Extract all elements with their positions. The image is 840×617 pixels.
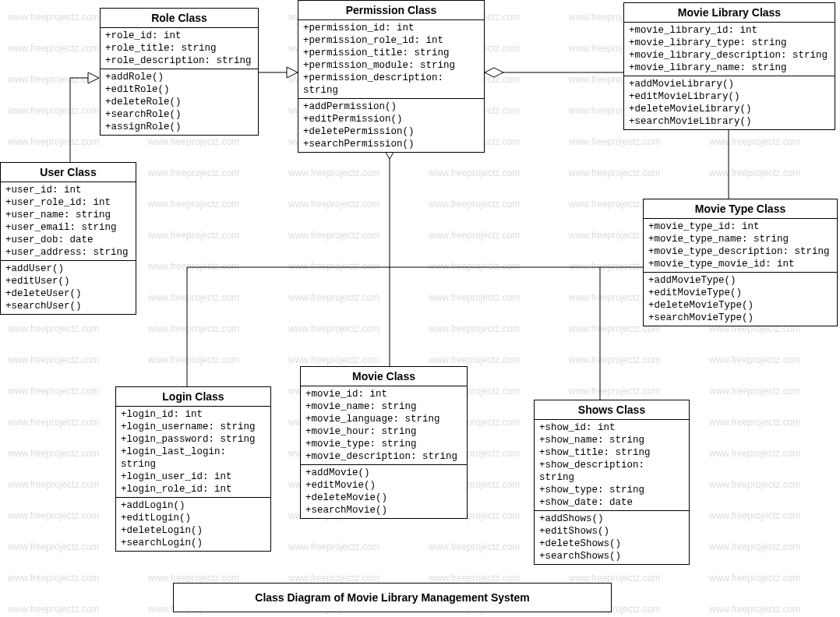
watermark-text: www.freeprojectz.com bbox=[148, 230, 239, 241]
watermark-text: www.freeprojectz.com bbox=[8, 541, 99, 552]
watermark-text: www.freeprojectz.com bbox=[8, 74, 99, 85]
watermark-text: www.freeprojectz.com bbox=[569, 354, 660, 365]
class-movietype: Movie Type Class +movie_type_id: int+mov… bbox=[643, 199, 838, 326]
watermark-text: www.freeprojectz.com bbox=[288, 541, 379, 552]
ops: +addRole()+editRole()+deleteRole()+searc… bbox=[101, 69, 258, 135]
watermark-text: www.freeprojectz.com bbox=[8, 12, 99, 23]
watermark-text: www.freeprojectz.com bbox=[148, 354, 239, 365]
svg-marker-4 bbox=[485, 68, 503, 77]
class-movie: Movie Class +movie_id: int+movie_name: s… bbox=[300, 366, 468, 519]
watermark-text: www.freeprojectz.com bbox=[8, 448, 99, 459]
watermark-text: www.freeprojectz.com bbox=[8, 105, 99, 116]
watermark-text: www.freeprojectz.com bbox=[569, 167, 660, 178]
class-user: User Class +user_id: int+user_role_id: i… bbox=[0, 162, 136, 315]
watermark-text: www.freeprojectz.com bbox=[569, 136, 660, 147]
class-title: Movie Class bbox=[301, 367, 467, 386]
watermark-text: www.freeprojectz.com bbox=[8, 573, 99, 584]
watermark-text: www.freeprojectz.com bbox=[8, 604, 99, 615]
attrs: +permission_id: int+permission_role_id: … bbox=[298, 20, 484, 99]
watermark-text: www.freeprojectz.com bbox=[429, 199, 520, 210]
watermark-text: www.freeprojectz.com bbox=[429, 261, 520, 272]
class-title: Movie Type Class bbox=[644, 199, 837, 219]
attrs: +login_id: int+login_username: string+lo… bbox=[116, 407, 270, 498]
class-title: Shows Class bbox=[535, 400, 689, 420]
class-title: Role Class bbox=[101, 9, 258, 28]
watermark-text: www.freeprojectz.com bbox=[429, 541, 520, 552]
watermark-text: www.freeprojectz.com bbox=[8, 354, 99, 365]
watermark-text: www.freeprojectz.com bbox=[709, 386, 800, 397]
watermark-text: www.freeprojectz.com bbox=[709, 417, 800, 428]
watermark-text: www.freeprojectz.com bbox=[429, 323, 520, 334]
ops: +addLogin()+editLogin()+deleteLogin()+se… bbox=[116, 498, 270, 551]
watermark-text: www.freeprojectz.com bbox=[709, 354, 800, 365]
watermark-text: www.freeprojectz.com bbox=[288, 167, 379, 178]
watermark-text: www.freeprojectz.com bbox=[8, 136, 99, 147]
class-title: Permission Class bbox=[298, 1, 484, 20]
watermark-text: www.freeprojectz.com bbox=[429, 354, 520, 365]
ops: +addUser()+editUser()+deleteUser()+searc… bbox=[1, 261, 136, 314]
watermark-text: www.freeprojectz.com bbox=[288, 354, 379, 365]
attrs: +user_id: int+user_role_id: int+user_nam… bbox=[1, 182, 136, 261]
watermark-text: www.freeprojectz.com bbox=[429, 230, 520, 241]
watermark-text: www.freeprojectz.com bbox=[148, 136, 239, 147]
class-permission: Permission Class +permission_id: int+per… bbox=[298, 0, 485, 153]
attrs: +show_id: int+show_name: string+show_tit… bbox=[535, 420, 689, 511]
watermark-text: www.freeprojectz.com bbox=[429, 167, 520, 178]
watermark-text: www.freeprojectz.com bbox=[148, 199, 239, 210]
attrs: +role_id: int+role_title: string+role_de… bbox=[101, 28, 258, 69]
ops: +addPermission()+editPermission()+delete… bbox=[298, 99, 484, 152]
class-movielibrary: Movie Library Class +movie_library_id: i… bbox=[623, 2, 835, 130]
watermark-text: www.freeprojectz.com bbox=[569, 386, 660, 397]
watermark-text: www.freeprojectz.com bbox=[709, 510, 800, 521]
watermark-text: www.freeprojectz.com bbox=[709, 136, 800, 147]
attrs: +movie_type_id: int+movie_type_name: str… bbox=[644, 219, 837, 273]
svg-marker-2 bbox=[287, 67, 298, 78]
watermark-text: www.freeprojectz.com bbox=[8, 417, 99, 428]
watermark-text: www.freeprojectz.com bbox=[8, 386, 99, 397]
class-role: Role Class +role_id: int+role_title: str… bbox=[100, 8, 259, 136]
watermark-text: www.freeprojectz.com bbox=[148, 292, 239, 303]
attrs: +movie_library_id: int+movie_library_typ… bbox=[624, 23, 835, 76]
watermark-text: www.freeprojectz.com bbox=[709, 573, 800, 584]
watermark-text: www.freeprojectz.com bbox=[288, 573, 379, 584]
watermark-text: www.freeprojectz.com bbox=[288, 199, 379, 210]
watermark-text: www.freeprojectz.com bbox=[8, 43, 99, 54]
watermark-text: www.freeprojectz.com bbox=[8, 323, 99, 334]
watermark-text: www.freeprojectz.com bbox=[709, 167, 800, 178]
class-shows: Shows Class +show_id: int+show_name: str… bbox=[534, 400, 690, 565]
diagram-caption: Class Diagram of Movie Library Managemen… bbox=[173, 583, 612, 612]
ops: +addMovie()+editMovie()+deleteMovie()+se… bbox=[301, 465, 467, 518]
watermark-text: www.freeprojectz.com bbox=[429, 292, 520, 303]
watermark-text: www.freeprojectz.com bbox=[709, 541, 800, 552]
watermark-text: www.freeprojectz.com bbox=[429, 573, 520, 584]
watermark-text: www.freeprojectz.com bbox=[288, 261, 379, 272]
watermark-text: www.freeprojectz.com bbox=[288, 230, 379, 241]
ops: +addShows()+editShows()+deleteShows()+se… bbox=[535, 511, 689, 564]
watermark-text: www.freeprojectz.com bbox=[148, 323, 239, 334]
class-login: Login Class +login_id: int+login_usernam… bbox=[115, 386, 271, 552]
watermark-text: www.freeprojectz.com bbox=[8, 479, 99, 490]
watermark-text: www.freeprojectz.com bbox=[288, 292, 379, 303]
watermark-text: www.freeprojectz.com bbox=[709, 479, 800, 490]
watermark-text: www.freeprojectz.com bbox=[709, 604, 800, 615]
ops: +addMovieType()+editMovieType()+deleteMo… bbox=[644, 273, 837, 326]
attrs: +movie_id: int+movie_name: string+movie_… bbox=[301, 386, 467, 465]
watermark-text: www.freeprojectz.com bbox=[569, 573, 660, 584]
class-title: User Class bbox=[1, 163, 136, 182]
watermark-text: www.freeprojectz.com bbox=[8, 510, 99, 521]
watermark-text: www.freeprojectz.com bbox=[148, 573, 239, 584]
ops: +addMovieLibrary()+editMovieLibrary()+de… bbox=[624, 76, 835, 129]
class-title: Login Class bbox=[116, 387, 270, 407]
class-title: Movie Library Class bbox=[624, 3, 835, 23]
watermark-text: www.freeprojectz.com bbox=[148, 167, 239, 178]
watermark-text: www.freeprojectz.com bbox=[709, 448, 800, 459]
svg-marker-0 bbox=[88, 72, 99, 83]
watermark-text: www.freeprojectz.com bbox=[148, 261, 239, 272]
watermark-text: www.freeprojectz.com bbox=[288, 323, 379, 334]
